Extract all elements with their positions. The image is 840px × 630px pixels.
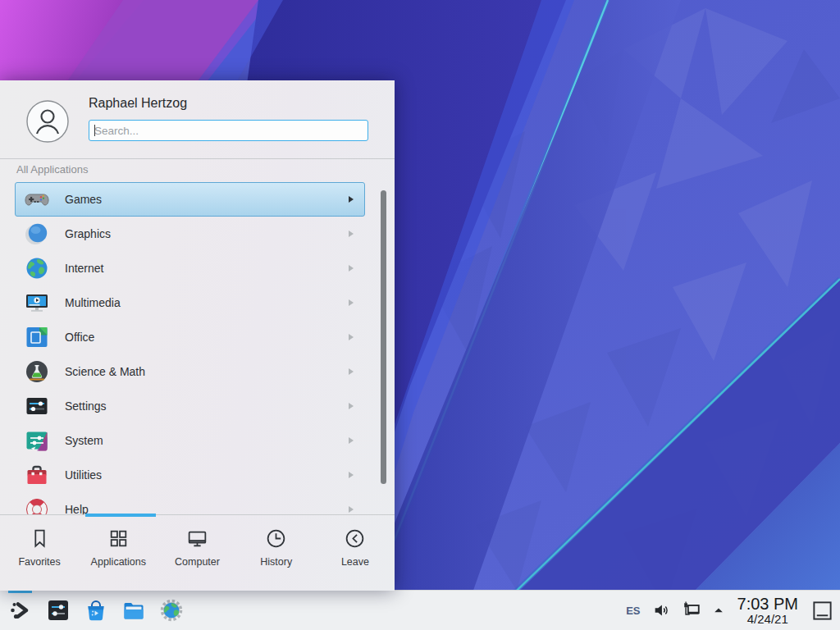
clock-time: 7:03 PM [737, 596, 798, 613]
category-row-office[interactable]: Office [15, 320, 365, 354]
computer-icon [186, 527, 208, 550]
header-separator [0, 158, 395, 159]
applications-grid-icon [107, 527, 130, 550]
category-row-settings[interactable]: Settings [15, 389, 365, 423]
category-label: Science & Math [65, 365, 145, 378]
category-label: Games [65, 193, 102, 206]
user-name: Raphael Hertzog [89, 96, 187, 111]
launcher-active-indicator [8, 591, 32, 593]
show-desktop-button[interactable] [811, 600, 833, 622]
search-input[interactable] [89, 120, 368, 141]
taskbar: ES 7:03 PM 4/24/21 [0, 590, 840, 630]
keyboard-layout-indicator[interactable]: ES [626, 605, 640, 617]
tab-label: Favorites [18, 556, 60, 568]
tab-label: Applications [91, 556, 146, 568]
section-label: All Applications [16, 163, 88, 176]
submenu-arrow-icon [349, 196, 354, 203]
application-category-list: GamesGraphicsInternetMultimediaOfficeSci… [0, 182, 395, 515]
category-label: Graphics [65, 227, 111, 240]
gamepad-icon [24, 186, 50, 212]
tab-label: Leave [341, 556, 369, 568]
submenu-arrow-icon [349, 403, 354, 409]
system-settings-taskbar-button[interactable] [46, 598, 71, 623]
science-icon [24, 358, 50, 385]
category-row-utilities[interactable]: Utilities [15, 458, 365, 492]
leave-icon [344, 527, 366, 550]
bookmark-icon [29, 527, 51, 550]
graphics-icon [24, 221, 50, 247]
submenu-arrow-icon [349, 506, 354, 513]
category-label: Settings [65, 399, 107, 413]
clock[interactable]: 7:03 PM 4/24/21 [737, 596, 798, 626]
system-settings-icon [46, 598, 71, 623]
active-tab-indicator [85, 514, 156, 517]
tab-label: Computer [175, 556, 220, 568]
history-clock-icon [265, 527, 287, 550]
category-label: Internet [65, 262, 103, 275]
web-browser-taskbar-button[interactable] [159, 598, 184, 623]
submenu-arrow-icon [349, 368, 354, 375]
discover-icon [84, 598, 108, 623]
user-avatar[interactable] [26, 100, 69, 143]
category-row-science-math[interactable]: Science & Math [15, 354, 365, 389]
submenu-arrow-icon [349, 231, 354, 237]
discover-taskbar-button[interactable] [84, 598, 108, 623]
category-row-games[interactable]: Games [15, 182, 365, 217]
submenu-arrow-icon [349, 299, 354, 306]
kde-launcher-icon [8, 598, 33, 623]
web-browser-icon [159, 598, 184, 623]
office-icon [24, 324, 50, 350]
category-label: Multimedia [65, 296, 121, 309]
help-icon [24, 496, 50, 515]
show-desktop-icon [811, 600, 833, 622]
scrollbar[interactable] [381, 190, 386, 484]
application-launcher-button[interactable] [8, 598, 33, 623]
submenu-arrow-icon [349, 334, 354, 340]
tab-applications[interactable]: Applications [79, 515, 158, 591]
file-manager-icon [121, 598, 146, 623]
expand-tray-icon[interactable] [713, 605, 724, 616]
submenu-arrow-icon [349, 437, 354, 444]
settings-icon [24, 393, 50, 419]
internet-globe-icon [24, 255, 50, 281]
submenu-arrow-icon [349, 265, 354, 272]
application-launcher-menu: Raphael Hertzog All Applications GamesGr… [0, 80, 395, 591]
category-row-multimedia[interactable]: Multimedia [15, 285, 365, 320]
category-label: System [65, 434, 103, 447]
multimedia-icon [24, 290, 50, 316]
category-row-system[interactable]: System [15, 423, 365, 458]
network-icon[interactable] [682, 600, 701, 620]
desktop: Raphael Hertzog All Applications GamesGr… [0, 0, 840, 630]
text-caret [94, 125, 95, 136]
submenu-arrow-icon [349, 472, 354, 478]
category-label: Utilities [65, 468, 102, 482]
tab-computer[interactable]: Computer [158, 515, 236, 591]
category-label: Office [65, 331, 94, 344]
tab-favorites[interactable]: Favorites [0, 515, 79, 591]
tab-leave[interactable]: Leave [316, 515, 395, 591]
category-row-graphics[interactable]: Graphics [15, 217, 365, 251]
user-icon [26, 131, 69, 145]
system-icon [24, 427, 50, 454]
menu-tab-bar: FavoritesApplicationsComputerHistoryLeav… [0, 514, 395, 591]
category-row-internet[interactable]: Internet [15, 251, 365, 285]
category-row-help[interactable]: Help [15, 492, 365, 515]
file-manager-taskbar-button[interactable] [121, 598, 146, 623]
utilities-icon [24, 462, 50, 488]
tab-label: History [260, 556, 292, 568]
tab-history[interactable]: History [237, 515, 316, 591]
volume-icon[interactable] [652, 601, 670, 619]
clock-date: 4/24/21 [737, 613, 798, 626]
